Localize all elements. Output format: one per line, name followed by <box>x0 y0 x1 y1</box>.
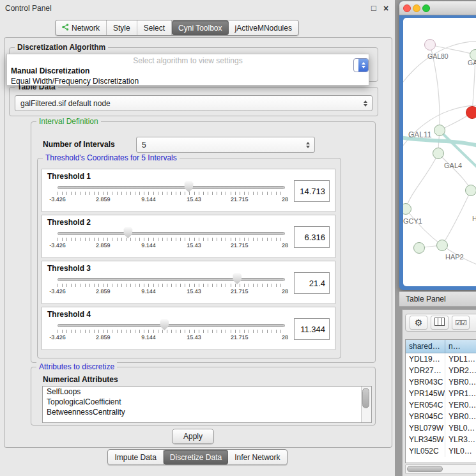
list-scrollbar[interactable] <box>361 387 371 422</box>
table-cell[interactable]: YER054C <box>406 399 445 411</box>
slider-track[interactable] <box>58 232 285 235</box>
table-cell[interactable]: YBL079W <box>406 422 445 434</box>
tab-discretize-data[interactable]: Discretize Data <box>164 450 228 464</box>
scrollbar-thumb[interactable] <box>362 388 369 408</box>
tick-label: -3.426 <box>49 288 66 295</box>
network-node[interactable] <box>434 125 445 136</box>
algorithm-option-manual[interactable]: Manual Discretization <box>7 66 369 76</box>
threshold-slider[interactable]: -3.426 2.859 9.144 15.43 21.715 28 <box>58 169 285 213</box>
network-node[interactable] <box>425 40 436 50</box>
network-node-selected[interactable] <box>466 107 476 119</box>
float-window-icon[interactable]: □ <box>369 3 379 13</box>
table-cell[interactable]: YDR2… <box>445 365 476 376</box>
network-node[interactable] <box>403 204 411 215</box>
table-cell[interactable]: YDR27… <box>406 365 445 376</box>
network-canvas[interactable]: GAL80 GA GAL11 GAL4 GCY1 H HAP2 <box>403 18 476 286</box>
table-row[interactable]: YIL052CYIL0… <box>406 445 476 457</box>
algorithm-option-equal-width[interactable]: Equal Width/Frequency Discretization <box>7 76 369 86</box>
tab-infer-network[interactable]: Infer Network <box>228 450 286 464</box>
tick-label: 28 <box>282 242 288 249</box>
table-row[interactable]: YER054CYER0… <box>406 399 476 411</box>
tick-label: 15.43 <box>187 242 201 249</box>
table-cell[interactable]: YBR0… <box>445 376 476 388</box>
threshold-slider[interactable]: -3.426 2.859 9.144 15.43 21.715 28 <box>58 215 285 259</box>
table-cell[interactable]: YIL052C <box>406 445 445 457</box>
algorithm-dropdown-popup: Select algorithm to view settings Manual… <box>6 54 369 86</box>
tab-select[interactable]: Select <box>137 20 172 35</box>
algorithm-combo-stepper[interactable] <box>353 58 369 72</box>
network-node[interactable] <box>466 185 476 196</box>
apply-button[interactable]: Apply <box>172 429 214 444</box>
close-icon[interactable]: × <box>381 3 391 13</box>
table-row[interactable]: YDR27…YDR2… <box>406 365 476 376</box>
threshold-slider[interactable]: -3.426 2.859 9.144 15.43 21.715 28 <box>58 261 285 305</box>
network-graph[interactable]: GAL80 GA GAL11 GAL4 GCY1 H HAP2 <box>403 18 476 286</box>
slider-thumb[interactable] <box>160 319 169 330</box>
slider-track[interactable] <box>58 324 285 327</box>
tab-impute-data[interactable]: Impute Data <box>108 450 163 464</box>
slider-tick-labels: -3.426 2.859 9.144 15.43 21.715 28 <box>58 196 285 204</box>
bottom-tab-strip: Impute Data Discretize Data Infer Networ… <box>0 449 395 465</box>
tick-label: 28 <box>282 196 288 203</box>
close-traffic-light-icon[interactable] <box>403 4 411 12</box>
table-row[interactable]: YBR045CYBR0… <box>406 411 476 422</box>
table-cell[interactable]: YDL19… <box>406 353 445 365</box>
select-columns-button[interactable]: ☑☑ <box>452 316 470 330</box>
tab-cyni-toolbox[interactable]: Cyni Toolbox <box>172 20 228 35</box>
horizontal-scrollbar[interactable] <box>405 464 476 474</box>
table-data-combo[interactable]: galFiltered.sif default node <box>15 95 372 111</box>
table-cell[interactable]: YBL0… <box>445 422 476 434</box>
network-icon <box>62 24 69 33</box>
slider-track[interactable] <box>58 278 285 281</box>
network-node[interactable] <box>433 148 444 159</box>
table-cell[interactable]: YDL1… <box>445 353 476 365</box>
tab-label: Discretize Data <box>170 453 222 462</box>
table-cell[interactable]: YER0… <box>445 399 476 411</box>
zoom-traffic-light-icon[interactable] <box>422 4 430 12</box>
table-cell[interactable]: YPR1… <box>445 388 476 399</box>
slider-thumb[interactable] <box>233 273 242 284</box>
table-cell[interactable]: YPR145W <box>406 388 445 399</box>
minimize-traffic-light-icon[interactable] <box>413 4 420 12</box>
network-node[interactable] <box>414 243 425 254</box>
panel-title: Control Panel <box>5 4 52 13</box>
list-item[interactable]: SelfLoops <box>43 387 371 397</box>
tick-label: 21.715 <box>231 196 249 203</box>
table-cell[interactable]: YIL0… <box>445 445 476 457</box>
table-cell[interactable]: YLR3… <box>445 434 476 445</box>
table-row[interactable]: YPR145WYPR1… <box>406 388 476 399</box>
tab-jactivemnodules[interactable]: jActiveMNodules <box>229 20 298 35</box>
columns-button[interactable] <box>431 316 449 330</box>
slider-thumb[interactable] <box>123 227 132 238</box>
column-header-name[interactable]: n… <box>445 340 476 353</box>
table-cell[interactable]: YBR043C <box>406 376 445 388</box>
tick-label: 15.43 <box>187 196 201 203</box>
table-row[interactable]: YBR043CYBR0… <box>406 376 476 388</box>
network-node[interactable] <box>437 240 448 251</box>
threshold-slider[interactable]: -3.426 2.859 9.144 15.43 21.715 28 <box>58 307 285 351</box>
tab-network[interactable]: Network <box>56 20 107 35</box>
threshold-value-field[interactable]: 11.344 <box>294 318 330 340</box>
slider-track[interactable] <box>58 186 285 189</box>
table-cell[interactable]: YBR0… <box>445 411 476 422</box>
algorithm-placeholder-option[interactable]: Select algorithm to view settings <box>7 56 369 66</box>
table-cell[interactable]: YBR045C <box>406 411 445 422</box>
network-window[interactable]: GAL80 GA GAL11 GAL4 GCY1 H HAP2 <box>399 1 476 290</box>
settings-button[interactable]: ⚙ <box>410 316 427 330</box>
list-item[interactable]: TopologicalCoefficient <box>43 397 371 407</box>
column-header-shared-name[interactable]: shared… <box>406 340 445 353</box>
scrollbar-thumb[interactable] <box>407 466 443 472</box>
threshold-value-field[interactable]: 21.4 <box>294 272 330 294</box>
list-item[interactable]: BetweennessCentrality <box>43 407 371 417</box>
table-row[interactable]: YDL19…YDL1… <box>406 353 476 365</box>
num-intervals-combo[interactable]: 5 <box>136 137 315 153</box>
threshold-value-field[interactable]: 6.316 <box>294 226 330 248</box>
table-data-group: Table Data galFiltered.sif default node <box>9 87 378 116</box>
window-titlebar[interactable] <box>399 1 476 15</box>
table-row[interactable]: YBL079WYBL0… <box>406 422 476 434</box>
slider-thumb[interactable] <box>184 181 193 192</box>
table-cell[interactable]: YLR345W <box>406 434 445 445</box>
table-row[interactable]: YLR345WYLR3… <box>406 434 476 445</box>
tab-style[interactable]: Style <box>107 20 137 35</box>
threshold-value-field[interactable]: 14.713 <box>294 180 330 202</box>
